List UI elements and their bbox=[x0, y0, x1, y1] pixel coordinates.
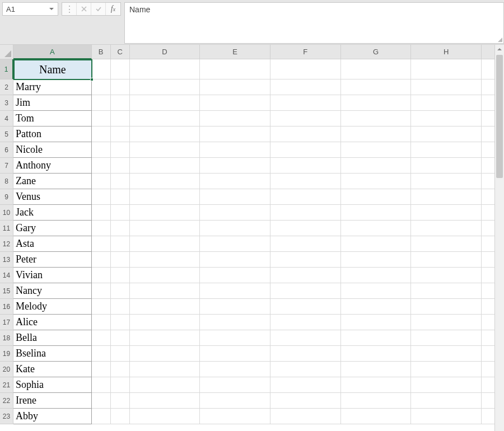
column-header-G[interactable]: G bbox=[341, 45, 412, 59]
cell-D22[interactable] bbox=[130, 393, 200, 409]
cell-C13[interactable] bbox=[111, 252, 130, 268]
row-header-3[interactable]: 3 bbox=[0, 95, 13, 111]
row-header-22[interactable]: 22 bbox=[0, 393, 13, 409]
cell-F16[interactable] bbox=[270, 299, 341, 315]
cell-B8[interactable] bbox=[92, 174, 111, 189]
row-header-11[interactable]: 11 bbox=[0, 221, 13, 236]
cell-A8[interactable]: Zane bbox=[13, 174, 92, 189]
enter-formula-button[interactable] bbox=[91, 3, 106, 15]
cell-G3[interactable] bbox=[341, 95, 412, 111]
cell-A18[interactable]: Bella bbox=[13, 330, 92, 346]
cell-F10[interactable] bbox=[270, 205, 341, 221]
cell-F7[interactable] bbox=[270, 158, 341, 174]
cell-B5[interactable] bbox=[92, 127, 111, 142]
cell-D19[interactable] bbox=[130, 346, 200, 362]
cell-A4[interactable]: Tom bbox=[13, 111, 92, 127]
row-header-10[interactable]: 10 bbox=[0, 205, 13, 221]
column-header-C[interactable]: C bbox=[111, 45, 130, 59]
formula-input[interactable]: Name bbox=[124, 2, 504, 44]
column-header-A[interactable]: A bbox=[13, 45, 92, 59]
cell-G13[interactable] bbox=[341, 252, 412, 268]
cell-D2[interactable] bbox=[130, 79, 200, 95]
row-header-4[interactable]: 4 bbox=[0, 111, 13, 127]
cell-C20[interactable] bbox=[111, 362, 130, 377]
cell-F4[interactable] bbox=[270, 111, 341, 127]
cell-G21[interactable] bbox=[341, 377, 412, 393]
cell-E8[interactable] bbox=[200, 174, 270, 189]
cell-B18[interactable] bbox=[92, 330, 111, 346]
cell-A2[interactable]: Marry bbox=[13, 79, 92, 95]
row-header-13[interactable]: 13 bbox=[0, 252, 13, 268]
cell-B21[interactable] bbox=[92, 377, 111, 393]
cell-G17[interactable] bbox=[341, 315, 412, 330]
cell-F1[interactable] bbox=[270, 59, 341, 79]
cell-A5[interactable]: Patton bbox=[13, 127, 92, 142]
cell-H7[interactable] bbox=[411, 158, 482, 174]
cell-E15[interactable] bbox=[200, 283, 270, 299]
cell-A16[interactable]: Melody bbox=[13, 299, 92, 315]
row-header-5[interactable]: 5 bbox=[0, 127, 13, 142]
cell-B11[interactable] bbox=[92, 221, 111, 236]
cell-C7[interactable] bbox=[111, 158, 130, 174]
cell-E13[interactable] bbox=[200, 252, 270, 268]
cell-H15[interactable] bbox=[411, 283, 482, 299]
cell-D6[interactable] bbox=[130, 142, 200, 158]
row-header-9[interactable]: 9 bbox=[0, 189, 13, 205]
cell-B7[interactable] bbox=[92, 158, 111, 174]
cell-D11[interactable] bbox=[130, 221, 200, 236]
cell-H1[interactable] bbox=[411, 59, 482, 79]
cell-E12[interactable] bbox=[200, 236, 270, 252]
cell-E5[interactable] bbox=[200, 127, 270, 142]
cell-H23[interactable] bbox=[411, 409, 482, 424]
cell-C5[interactable] bbox=[111, 127, 130, 142]
cell-A15[interactable]: Nancy bbox=[13, 283, 92, 299]
cell-E4[interactable] bbox=[200, 111, 270, 127]
select-all-button[interactable] bbox=[0, 45, 13, 59]
row-header-16[interactable]: 16 bbox=[0, 299, 13, 315]
cell-B12[interactable] bbox=[92, 236, 111, 252]
cell-C17[interactable] bbox=[111, 315, 130, 330]
cell-B10[interactable] bbox=[92, 205, 111, 221]
cell-E16[interactable] bbox=[200, 299, 270, 315]
row-header-2[interactable]: 2 bbox=[0, 79, 13, 95]
cell-H4[interactable] bbox=[411, 111, 482, 127]
cell-B20[interactable] bbox=[92, 362, 111, 377]
name-box-dropdown-icon[interactable] bbox=[48, 5, 55, 13]
cell-F19[interactable] bbox=[270, 346, 341, 362]
cell-F3[interactable] bbox=[270, 95, 341, 111]
row-header-17[interactable]: 17 bbox=[0, 315, 13, 330]
row-header-20[interactable]: 20 bbox=[0, 362, 13, 377]
row-header-12[interactable]: 12 bbox=[0, 236, 13, 252]
cell-H12[interactable] bbox=[411, 236, 482, 252]
row-header-19[interactable]: 19 bbox=[0, 346, 13, 362]
cell-G1[interactable] bbox=[341, 59, 412, 79]
cell-C16[interactable] bbox=[111, 299, 130, 315]
cell-G11[interactable] bbox=[341, 221, 412, 236]
cell-H21[interactable] bbox=[411, 377, 482, 393]
column-header-D[interactable]: D bbox=[130, 45, 200, 59]
row-header-1[interactable]: 1 bbox=[0, 59, 13, 79]
cell-B6[interactable] bbox=[92, 142, 111, 158]
cell-A19[interactable]: Bselina bbox=[13, 346, 92, 362]
cells-area[interactable]: NameMarryJimTomPattonNicoleAnthonyZaneVe… bbox=[13, 59, 504, 431]
cell-A21[interactable]: Sophia bbox=[13, 377, 92, 393]
cell-D7[interactable] bbox=[130, 158, 200, 174]
cell-A23[interactable]: Abby bbox=[13, 409, 92, 424]
name-box[interactable]: A1 bbox=[2, 2, 58, 16]
cell-A13[interactable]: Peter bbox=[13, 252, 92, 268]
cell-G14[interactable] bbox=[341, 268, 412, 283]
cell-H6[interactable] bbox=[411, 142, 482, 158]
column-header-F[interactable]: F bbox=[270, 45, 341, 59]
cell-G7[interactable] bbox=[341, 158, 412, 174]
cell-H13[interactable] bbox=[411, 252, 482, 268]
cell-A10[interactable]: Jack bbox=[13, 205, 92, 221]
cell-B2[interactable] bbox=[92, 79, 111, 95]
cell-G12[interactable] bbox=[341, 236, 412, 252]
cell-C14[interactable] bbox=[111, 268, 130, 283]
cell-G19[interactable] bbox=[341, 346, 412, 362]
cell-E3[interactable] bbox=[200, 95, 270, 111]
cell-C11[interactable] bbox=[111, 221, 130, 236]
cell-E17[interactable] bbox=[200, 315, 270, 330]
cell-C23[interactable] bbox=[111, 409, 130, 424]
cell-F9[interactable] bbox=[270, 189, 341, 205]
